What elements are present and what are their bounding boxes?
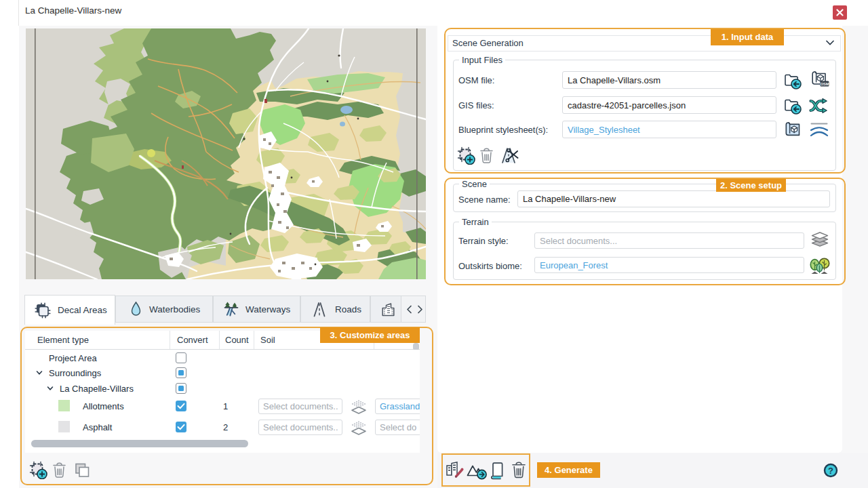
svg-text:OSM: OSM — [821, 82, 829, 86]
svg-text:?: ? — [828, 466, 833, 476]
